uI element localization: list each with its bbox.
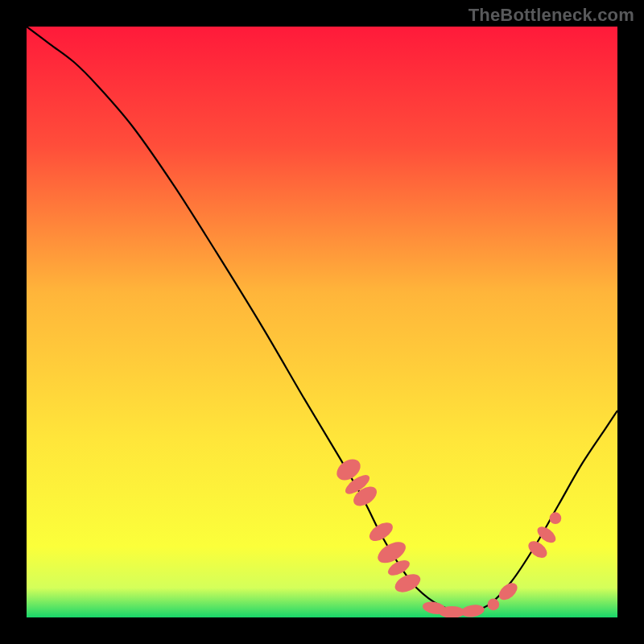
curve-marker [488, 599, 500, 611]
watermark-text: TheBottleneck.com [469, 5, 634, 26]
chart-frame: TheBottleneck.com [0, 0, 644, 644]
plot-area [27, 27, 617, 617]
chart-svg [27, 27, 617, 617]
chart-background [27, 27, 617, 617]
curve-marker [550, 512, 562, 524]
